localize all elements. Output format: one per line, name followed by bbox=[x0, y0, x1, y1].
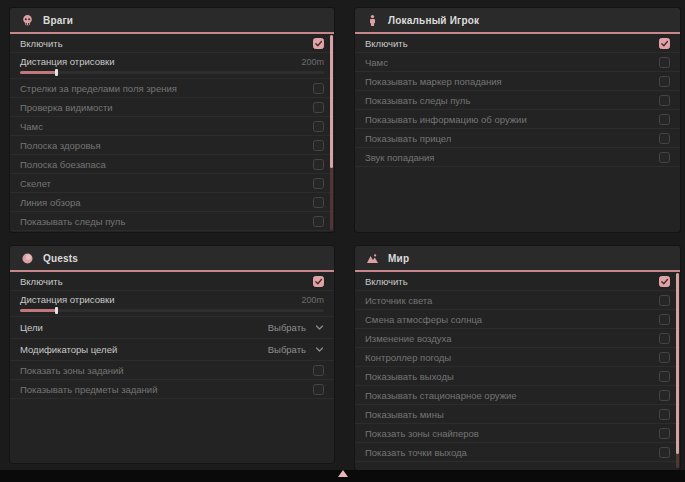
checkbox[interactable] bbox=[659, 114, 670, 125]
checkbox[interactable] bbox=[313, 384, 324, 395]
settings-row: Изменение воздуха bbox=[355, 329, 680, 348]
row-label: Стрелки за пределами поля зрения bbox=[20, 83, 177, 94]
panel-body: ВключитьЧамсПоказывать маркер попаданияП… bbox=[355, 34, 680, 167]
panel-body: ВключитьДистанция отрисовки200mЦелиВыбра… bbox=[10, 272, 334, 399]
settings-row: Модификаторы целейВыбрать bbox=[10, 339, 334, 361]
row-label: Показывать маркер попадания bbox=[365, 76, 502, 87]
checkbox[interactable] bbox=[659, 295, 670, 306]
panel-title: Quests bbox=[43, 253, 78, 264]
panel-header: Враги bbox=[10, 8, 334, 34]
checkbox[interactable] bbox=[313, 216, 324, 227]
row-label: Показывать выходы bbox=[365, 371, 454, 382]
row-label: Линия обзора bbox=[20, 197, 81, 208]
row-label: Показывать мины bbox=[365, 409, 444, 420]
scrollbar-thumb[interactable] bbox=[676, 273, 679, 454]
settings-row: Показывать следы пуль bbox=[355, 91, 680, 110]
checkbox[interactable] bbox=[659, 76, 670, 87]
row-label: Включить bbox=[365, 38, 408, 49]
dropdown[interactable]: Выбрать bbox=[268, 344, 324, 355]
row-label: Показать точки выхода bbox=[365, 447, 467, 458]
row-label: Показывать следы пуль bbox=[365, 95, 470, 106]
checkbox[interactable] bbox=[659, 333, 670, 344]
checkbox[interactable] bbox=[313, 276, 324, 287]
check-icon bbox=[314, 277, 323, 286]
checkbox[interactable] bbox=[659, 409, 670, 420]
distance-slider[interactable] bbox=[20, 308, 324, 313]
chevron-down-icon bbox=[315, 323, 324, 332]
checkbox[interactable] bbox=[313, 365, 324, 376]
checkbox[interactable] bbox=[659, 352, 670, 363]
settings-row: Включить bbox=[355, 34, 680, 53]
check-icon bbox=[660, 277, 669, 286]
slider-track[interactable] bbox=[20, 309, 324, 312]
dropdown-value: Выбрать bbox=[268, 344, 306, 355]
settings-row: Показывать предметы заданий bbox=[10, 380, 334, 399]
dropdown-value: Выбрать bbox=[268, 322, 306, 333]
checkbox[interactable] bbox=[313, 83, 324, 94]
distance-slider[interactable] bbox=[20, 70, 324, 75]
slider-fill bbox=[20, 71, 56, 74]
panel-title: Враги bbox=[43, 15, 73, 26]
slider-track[interactable] bbox=[20, 71, 324, 74]
row-label: Контроллер погоды bbox=[365, 352, 451, 363]
row-label: Чамс bbox=[20, 121, 43, 132]
row-label: Источник света bbox=[365, 295, 432, 306]
settings-row: Дистанция отрисовки200m bbox=[10, 53, 334, 79]
panel-body: ВключитьДистанция отрисовки200mСтрелки з… bbox=[10, 34, 334, 231]
checkbox[interactable] bbox=[659, 152, 670, 163]
settings-row: Линия обзора bbox=[10, 193, 334, 212]
scrollbar[interactable] bbox=[330, 35, 333, 230]
checkbox[interactable] bbox=[659, 371, 670, 382]
checkbox[interactable] bbox=[659, 38, 670, 49]
row-label: Чамс bbox=[365, 57, 388, 68]
panel-title: Локальный Игрок bbox=[388, 15, 479, 26]
row-label: Полоска здоровья bbox=[20, 140, 101, 151]
row-label: Дистанция отрисовки bbox=[20, 56, 114, 67]
row-label: Изменение воздуха bbox=[365, 333, 452, 344]
row-label: Модификаторы целей bbox=[20, 344, 117, 355]
chevron-down-icon bbox=[315, 345, 324, 354]
scrollbar-thumb[interactable] bbox=[330, 35, 333, 168]
checkbox[interactable] bbox=[659, 314, 670, 325]
settings-row: Показывать стационарное оружие bbox=[355, 386, 680, 405]
panel-header: Локальный Игрок bbox=[355, 8, 680, 34]
checkbox[interactable] bbox=[313, 197, 324, 208]
dropdown[interactable]: Выбрать bbox=[268, 322, 324, 333]
checkbox[interactable] bbox=[659, 276, 670, 287]
settings-row: Стрелки за пределами поля зрения bbox=[10, 79, 334, 98]
row-label: Включить bbox=[20, 276, 63, 287]
settings-row: Показывать прицел bbox=[355, 129, 680, 148]
row-label: Цели bbox=[20, 322, 43, 333]
checkbox[interactable] bbox=[659, 57, 670, 68]
checkbox[interactable] bbox=[659, 95, 670, 106]
skull-icon bbox=[21, 14, 34, 27]
checkbox[interactable] bbox=[313, 178, 324, 189]
settings-row: Включить bbox=[10, 272, 334, 291]
checkbox[interactable] bbox=[659, 428, 670, 439]
checkbox[interactable] bbox=[313, 159, 324, 170]
scrollbar[interactable] bbox=[676, 273, 679, 468]
row-label: Показать зоны заданий bbox=[20, 365, 124, 376]
checkbox[interactable] bbox=[313, 121, 324, 132]
row-label: Показывать предметы заданий bbox=[20, 384, 157, 395]
settings-row: Чамс bbox=[10, 117, 334, 136]
row-label: Показать зоны снайперов bbox=[365, 428, 479, 439]
checkbox[interactable] bbox=[659, 133, 670, 144]
checkbox[interactable] bbox=[659, 447, 670, 458]
settings-row: Показывать информацию об оружии bbox=[355, 110, 680, 129]
checkbox[interactable] bbox=[313, 102, 324, 113]
row-label: Показывать информацию об оружии bbox=[365, 114, 527, 125]
settings-row: Проверка видимости bbox=[10, 98, 334, 117]
checkbox[interactable] bbox=[313, 38, 324, 49]
checkbox[interactable] bbox=[659, 390, 670, 401]
panel-local-player: Локальный ИгрокВключитьЧамсПоказывать ма… bbox=[355, 8, 680, 232]
row-label: Включить bbox=[20, 38, 63, 49]
panel-header: Мир bbox=[355, 246, 680, 272]
settings-row: Показать зоны снайперов bbox=[355, 424, 680, 443]
panel-quests: QuestsВключитьДистанция отрисовки200mЦел… bbox=[10, 246, 334, 463]
settings-row: Источник света bbox=[355, 291, 680, 310]
panel-body: ВключитьИсточник светаСмена атмосферы со… bbox=[355, 272, 680, 462]
settings-row: Показывать выходы bbox=[355, 367, 680, 386]
checkbox[interactable] bbox=[313, 140, 324, 151]
settings-row: ЦелиВыбрать bbox=[10, 317, 334, 339]
